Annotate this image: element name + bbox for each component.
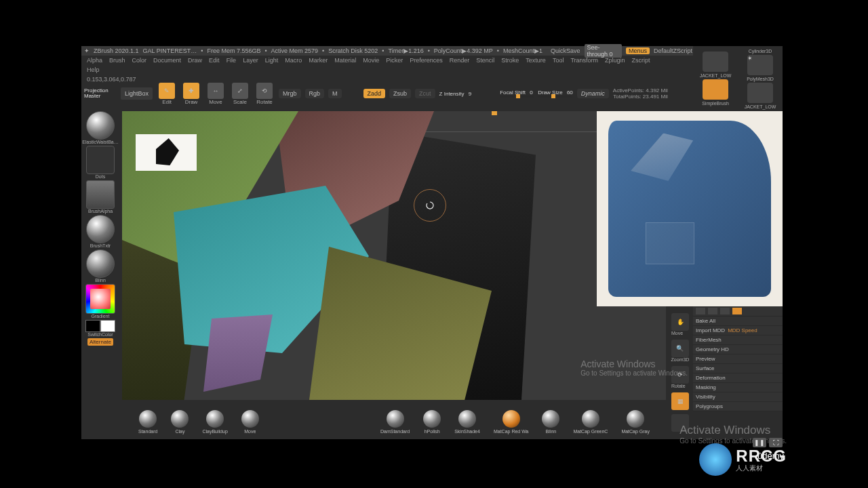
mat-green-label: MatCap GreenC xyxy=(573,429,608,434)
menu-help[interactable]: Help xyxy=(87,66,100,73)
mat-green-icon[interactable] xyxy=(582,410,599,428)
import-mdd-button[interactable]: Import MDD xyxy=(696,327,725,333)
menu-preferences[interactable]: Preferences xyxy=(410,57,443,64)
menu-stroke[interactable]: Stroke xyxy=(501,57,519,64)
rgb-toggle[interactable]: Rgb xyxy=(305,89,325,98)
menus-toggle[interactable]: Menus xyxy=(626,47,650,54)
section-surface[interactable]: Surface xyxy=(696,365,715,371)
frame-button[interactable]: ▦ xyxy=(671,392,689,410)
scale-mode-button[interactable]: ⤢ xyxy=(232,83,248,99)
color-black-swatch[interactable] xyxy=(85,320,100,332)
m-toggle[interactable]: M xyxy=(328,89,342,98)
free-mem: Free Mem 7.556GB xyxy=(207,47,260,54)
menu-file[interactable]: File xyxy=(226,57,237,64)
denim-jacket-icon xyxy=(608,121,771,297)
edit-mode-button[interactable]: ✎ xyxy=(159,83,175,99)
menu-color[interactable]: Color xyxy=(132,57,147,64)
brush-hpolish-icon[interactable] xyxy=(423,410,441,428)
mat-skinshade-icon[interactable] xyxy=(458,410,476,428)
focal-shift-slider[interactable]: Focal Shift 0 xyxy=(500,89,534,98)
stroke-slot[interactable]: Dots xyxy=(84,146,117,179)
menu-material[interactable]: Material xyxy=(334,57,356,64)
scale-icon: ⤢ xyxy=(237,87,243,94)
z-intensity-slider[interactable]: Z Intensity 9 xyxy=(439,91,472,97)
menu-draw[interactable]: Draw xyxy=(188,57,202,64)
zcut-toggle[interactable]: Zcut xyxy=(415,89,435,98)
viewport[interactable] xyxy=(122,111,666,400)
section-preview[interactable]: Preview xyxy=(696,356,715,362)
rrcg-icon xyxy=(699,443,732,476)
total-points-readout: TotalPoints: 23.491 Mil xyxy=(613,94,668,100)
menu-transform[interactable]: Transform xyxy=(570,57,598,64)
move-view-button[interactable]: ✋ xyxy=(671,313,689,331)
rotate-view-label: Rotate xyxy=(671,384,689,388)
color-white-swatch[interactable] xyxy=(100,320,115,332)
menu-marker[interactable]: Marker xyxy=(309,57,328,64)
scratch-disk: Scratch Disk 5202 xyxy=(328,47,378,54)
bake-all-button[interactable]: Bake All xyxy=(696,318,715,324)
material-slot[interactable]: Blinn xyxy=(84,249,117,283)
section-masking[interactable]: Masking xyxy=(696,384,716,390)
switch-color-slot[interactable]: SwitchColor xyxy=(84,320,117,337)
section-visibility[interactable]: Visibility xyxy=(696,394,715,400)
meshcount: MeshCount▶1 xyxy=(503,47,542,54)
scale-label: Scale xyxy=(230,99,250,105)
draw-size-slider[interactable]: Draw Size 60 xyxy=(538,89,573,98)
mrgb-toggle[interactable]: Mrgb xyxy=(279,89,301,98)
brush-slot[interactable]: ElasticWaistBa… xyxy=(84,111,117,144)
alpha-label: BrushAlpha xyxy=(88,209,113,214)
zadd-toggle[interactable]: Zadd xyxy=(363,89,386,98)
menu-zplugin[interactable]: Zplugin xyxy=(605,57,625,64)
menu-document[interactable]: Document xyxy=(153,57,181,64)
menu-brush[interactable]: Brush xyxy=(109,57,125,64)
section-fibermesh[interactable]: FiberMesh xyxy=(696,337,722,343)
lightbox-button[interactable]: LightBox xyxy=(121,87,153,100)
default-zscript[interactable]: DefaultZScript xyxy=(654,47,692,54)
simplebrush-thumb[interactable] xyxy=(703,79,728,100)
menu-movie[interactable]: Movie xyxy=(363,57,379,64)
rotate-view-button[interactable]: ⟳ xyxy=(671,366,689,384)
menu-stencil[interactable]: Stencil xyxy=(476,57,494,64)
zsub-toggle[interactable]: Zsub xyxy=(389,89,411,98)
section-geometry-hd[interactable]: Geometry HD xyxy=(696,346,729,352)
move-mode-button[interactable]: ↔ xyxy=(208,83,224,99)
jacket-low-thumb[interactable] xyxy=(747,83,773,103)
section-polygroups[interactable]: Polygroups xyxy=(696,403,723,409)
brush-move-icon[interactable] xyxy=(241,410,259,428)
zoom-view-button[interactable]: 🔍 xyxy=(671,340,689,357)
menu-macro[interactable]: Macro xyxy=(285,57,302,64)
polymesh-thumb[interactable]: ✶ xyxy=(747,55,773,75)
mat-gray-icon[interactable] xyxy=(627,410,644,428)
brush-clay-icon[interactable] xyxy=(171,410,189,428)
menu-light[interactable]: Light xyxy=(265,57,279,64)
active-tool-thumb[interactable] xyxy=(703,52,728,72)
quicksave-button[interactable]: QuickSave xyxy=(551,47,580,54)
focal-shift-value: 0 xyxy=(530,89,532,96)
menu-layer[interactable]: Layer xyxy=(243,57,258,64)
bpr-button[interactable] xyxy=(671,414,689,432)
dynamic-toggle[interactable]: Dynamic xyxy=(577,89,609,98)
color-picker-slot[interactable]: Gradient xyxy=(84,284,117,319)
rotate-mode-button[interactable]: ⟲ xyxy=(256,83,273,99)
menu-texture[interactable]: Texture xyxy=(526,57,546,64)
z-intensity-label: Z Intensity xyxy=(439,91,465,97)
menu-picker[interactable]: Picker xyxy=(386,57,403,64)
texture-slot[interactable]: BrushTxtr xyxy=(84,215,117,248)
seethrough-slider[interactable]: See-through 0 xyxy=(585,44,622,58)
draw-mode-button[interactable]: ✚ xyxy=(183,83,199,99)
menu-tool[interactable]: Tool xyxy=(553,57,564,64)
mat-red-wax-icon[interactable] xyxy=(502,410,520,428)
menu-alpha[interactable]: Alpha xyxy=(87,57,102,64)
alternate-button[interactable]: Alternate xyxy=(87,338,113,346)
brush-damstandard-icon[interactable] xyxy=(387,410,404,428)
brush-claybuildup-icon[interactable] xyxy=(206,410,224,428)
material-label: Blinn xyxy=(95,278,106,283)
brush-standard-icon[interactable] xyxy=(139,410,157,428)
menu-zscript[interactable]: Zscript xyxy=(632,57,650,64)
section-deformation[interactable]: Deformation xyxy=(696,375,726,381)
mat-blinn-icon[interactable] xyxy=(542,410,559,428)
menu-edit[interactable]: Edit xyxy=(209,57,220,64)
menu-render[interactable]: Render xyxy=(450,57,470,64)
alpha-slot[interactable]: BrushAlpha xyxy=(84,180,117,214)
projection-master-button[interactable]: Projection Master xyxy=(84,88,117,99)
